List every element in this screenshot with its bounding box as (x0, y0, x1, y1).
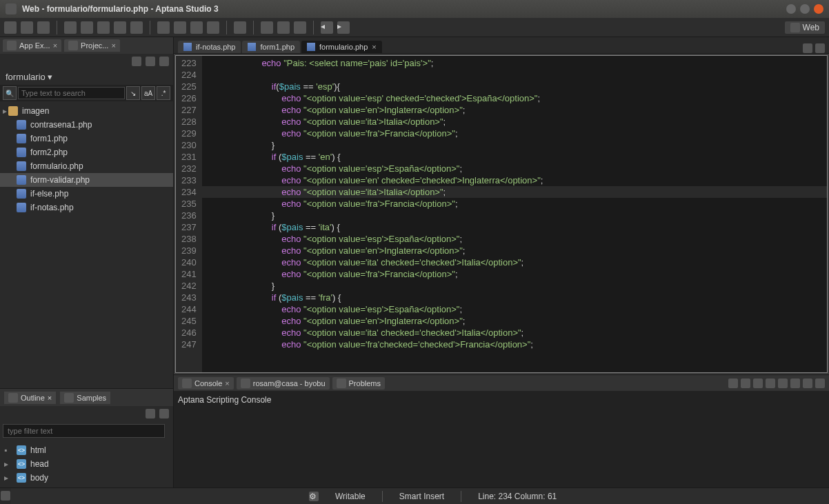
toolbar-icon[interactable] (207, 21, 219, 34)
toolbar-icon[interactable] (157, 21, 170, 34)
perspective-switcher[interactable]: Web (785, 21, 825, 34)
console-tool-icon[interactable] (766, 379, 775, 388)
tree-file[interactable]: form-validar.php (0, 173, 173, 187)
minimize-button[interactable] (786, 4, 796, 14)
case-toggle[interactable]: aA (141, 86, 155, 100)
file-label: if-notas.php (30, 203, 74, 212)
php-file-icon (17, 148, 26, 157)
tree-file[interactable]: if-notas.php (0, 201, 173, 214)
outline-item[interactable]: ▸<>head (0, 457, 173, 471)
sort-icon[interactable] (146, 409, 155, 419)
tab-label: formulario.php (319, 43, 368, 51)
outline-item[interactable]: ▸<>body (0, 471, 173, 485)
toolbar-icon[interactable] (261, 21, 273, 34)
minimize-view-icon[interactable] (803, 379, 812, 388)
toolbar-icon[interactable] (130, 21, 143, 34)
php-file-icon (17, 175, 26, 185)
back-icon[interactable]: ◂ (321, 21, 333, 34)
tab-project-explorer[interactable]: Projec... × (64, 39, 120, 52)
main-toolbar: ◂ ▸ Web (0, 18, 829, 37)
outline-item[interactable]: ▪<>html (0, 443, 173, 457)
close-icon[interactable]: × (48, 394, 52, 402)
close-icon[interactable]: × (225, 379, 229, 387)
collapse-icon[interactable] (132, 57, 141, 66)
toolbar-icon[interactable] (81, 21, 93, 34)
toolbar-icon[interactable] (294, 21, 306, 34)
editor-tab[interactable]: formulario.php× (301, 41, 382, 53)
console-tool-icon[interactable] (790, 379, 800, 388)
close-button[interactable] (814, 4, 823, 14)
console-tool-icon[interactable] (741, 379, 750, 388)
expander-icon[interactable]: ▸ (4, 459, 8, 469)
brush-icon[interactable] (234, 21, 246, 34)
run-icon[interactable] (190, 21, 203, 34)
status-insert-mode: Smart Insert (399, 492, 444, 501)
file-label: form1.php (30, 134, 68, 143)
status-bar: ⚙ Writable Smart Insert Line: 234 Column… (11, 487, 829, 504)
save-icon[interactable] (21, 21, 33, 34)
status-separator (461, 491, 461, 502)
tab-problems[interactable]: Problems (332, 377, 385, 390)
forward-icon[interactable]: ▸ (337, 21, 350, 34)
window-title: Web - formulario/formulario.php - Aptana… (22, 4, 219, 14)
filter-icon[interactable]: ↘ (126, 86, 140, 100)
expander-icon[interactable]: ▪ (4, 445, 7, 455)
minimize-view-icon[interactable] (803, 43, 812, 53)
tab-outline[interactable]: Outline × (4, 392, 56, 404)
new-icon[interactable] (4, 21, 17, 34)
tree-icon (68, 41, 78, 50)
toolbar-icon[interactable] (97, 21, 110, 34)
expander-icon[interactable]: ▸ (4, 473, 8, 483)
terminal-icon (241, 379, 250, 388)
search-input[interactable] (18, 87, 125, 99)
tree-folder[interactable]: ▸imagen (0, 104, 173, 118)
project-name[interactable]: formulario ▾ (0, 69, 173, 85)
toolbar-icon[interactable] (114, 21, 126, 34)
gear-icon[interactable]: ⚙ (309, 492, 319, 501)
tree-file[interactable]: form1.php (0, 132, 173, 145)
outline-tree: ▪<>html▸<>head▸<>body (0, 441, 173, 487)
console-tool-icon[interactable] (728, 379, 738, 388)
outline-label: body (30, 473, 48, 483)
link-icon[interactable] (146, 57, 155, 66)
left-view-tabs: App Ex... × Projec... × (0, 37, 173, 54)
tab-label: if-notas.php (196, 43, 235, 51)
save-all-icon[interactable] (37, 21, 50, 34)
expander-icon[interactable]: ▸ (1, 106, 8, 116)
console-tool-icon[interactable] (778, 379, 788, 388)
console-icon (182, 379, 192, 388)
toolbar-icon[interactable] (174, 21, 186, 34)
regex-toggle[interactable]: .* (157, 86, 170, 100)
code-editor[interactable]: 2232242252262272282292302312322332342352… (175, 55, 828, 373)
console-tool-icon[interactable] (753, 379, 763, 388)
tree-file[interactable]: formulario.php (0, 159, 173, 173)
tab-terminal[interactable]: rosam@casa - byobu (237, 377, 330, 390)
tab-console[interactable]: Console × (178, 377, 234, 390)
status-writable: Writable (335, 492, 366, 501)
tree-icon (7, 41, 17, 50)
maximize-button[interactable] (800, 4, 810, 14)
menu-icon[interactable] (159, 409, 169, 419)
tab-app-explorer[interactable]: App Ex... × (3, 39, 61, 52)
close-icon[interactable]: × (53, 41, 57, 50)
editor-tab[interactable]: form1.php (242, 41, 300, 53)
maximize-view-icon[interactable] (815, 43, 825, 53)
show-view-icon[interactable] (1, 491, 10, 501)
tree-file[interactable]: form2.php (0, 145, 173, 159)
tree-file[interactable]: contrasena1.php (0, 118, 173, 132)
code-area[interactable]: echo "Pais: <select name='pais' id='pais… (202, 56, 827, 372)
maximize-view-icon[interactable] (815, 379, 825, 388)
outline-filter-input[interactable] (3, 424, 165, 438)
tab-samples[interactable]: Samples (60, 392, 110, 404)
close-icon[interactable]: × (372, 43, 376, 51)
project-name-label: formulario (6, 72, 46, 82)
close-icon[interactable]: × (111, 41, 115, 50)
tag-icon: <> (17, 459, 26, 469)
gear-icon[interactable] (159, 57, 169, 66)
editor-tab[interactable]: if-notas.php (178, 41, 241, 53)
php-file-icon (183, 43, 192, 51)
toolbar-icon[interactable] (277, 21, 290, 34)
toolbar-icon[interactable] (64, 21, 77, 34)
console-output: Aptana Scripting Console (174, 391, 829, 487)
tree-file[interactable]: if-else.php (0, 187, 173, 201)
